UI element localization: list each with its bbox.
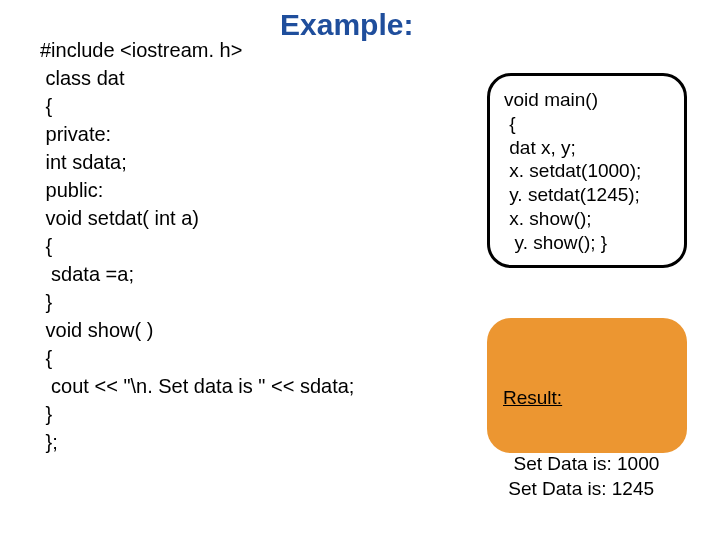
- result-label: Result:: [503, 385, 671, 411]
- result-output: Set Data is: 1000 Set Data is: 1245: [503, 453, 659, 500]
- result-box: Result: Set Data is: 1000 Set Data is: 1…: [487, 318, 687, 453]
- code-main-function: void main() { dat x, y; x. setdat(1000);…: [487, 73, 687, 268]
- code-class-definition: #include <iostream. h> class dat { priva…: [40, 36, 354, 456]
